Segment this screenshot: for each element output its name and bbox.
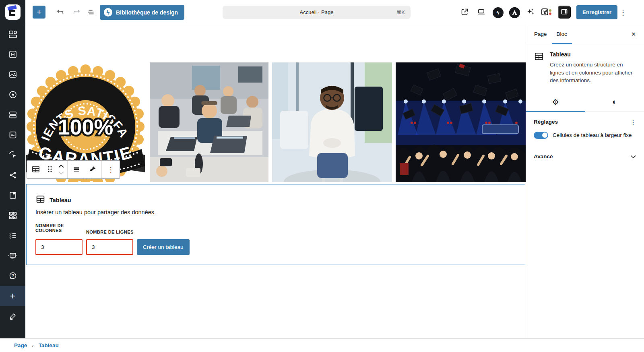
rows-icon [8, 110, 18, 120]
drag-dots-icon [47, 166, 53, 174]
settings-sidebar-toggle[interactable] [558, 6, 571, 19]
rail-rows-button[interactable] [0, 105, 25, 125]
rail-heading-button[interactable] [0, 44, 25, 64]
command-shortcut: ⌘K [396, 9, 405, 15]
block-card-description: Créez un contenu structuré en lignes et … [550, 61, 638, 85]
gallery-image-classroom[interactable] [150, 62, 268, 182]
rail-carousel-button[interactable] [0, 246, 25, 266]
site-logo[interactable] [0, 0, 25, 24]
rail-cta-button[interactable] [0, 145, 25, 165]
table-block-icon [31, 164, 41, 175]
advanced-panel-toggle[interactable]: Avancé [526, 146, 644, 167]
rail-patterns-button[interactable] [0, 24, 25, 44]
block-card: Tableau Créez un contenu structuré en li… [526, 44, 644, 93]
block-toolbar: ⋮ [27, 160, 120, 179]
rail-add-block-button[interactable]: + [0, 286, 25, 306]
bullet-list-icon [8, 231, 18, 240]
cursor-click-icon [8, 150, 18, 160]
columns-count-input[interactable] [35, 239, 83, 255]
sidebar-tabs: Page Bloc ✕ [526, 24, 644, 44]
breadcrumb-current[interactable]: Tableau [39, 342, 59, 348]
undo-button[interactable] [53, 5, 68, 20]
image-icon [8, 70, 18, 79]
chevron-down-icon [630, 153, 636, 160]
pencil-icon [8, 312, 17, 321]
gallery-image-graduation[interactable] [396, 62, 526, 182]
tab-styles[interactable]: ◐ [585, 93, 644, 112]
tab-page[interactable]: Page [529, 24, 552, 44]
rail-help-button[interactable]: ? [0, 266, 25, 286]
rail-book-button[interactable] [0, 185, 25, 205]
inspector-tabs: ⚙ ◐ [526, 93, 644, 112]
ai-assistant-button[interactable] [524, 5, 538, 20]
theme-astra-button[interactable] [507, 5, 522, 20]
rail-list-button[interactable] [0, 226, 25, 246]
rail-image-button[interactable] [0, 64, 25, 85]
settings-heading: Réglages [534, 119, 636, 125]
gallery-grid-icon [8, 211, 18, 220]
preview-device-button[interactable] [474, 5, 488, 20]
design-library-bolt-icon: ϟ [104, 8, 112, 17]
redo-icon [72, 8, 81, 18]
star-circle-icon [8, 90, 18, 99]
left-icon-rail: ? + [0, 24, 25, 338]
contrast-icon: ◐ [612, 97, 617, 106]
rail-share-button[interactable] [0, 165, 25, 185]
block-inserter-button[interactable]: + [33, 6, 45, 19]
carousel-icon [8, 251, 18, 261]
editor-canvas: CLIENTS SATISFAITS 100% GARANTIE [25, 24, 526, 338]
placeholder-description: Insérer un tableau pour partager des don… [35, 209, 156, 215]
rail-form-button[interactable] [0, 125, 25, 145]
placeholder-title: Tableau [50, 197, 71, 203]
table-icon [35, 194, 45, 206]
drag-handle[interactable] [44, 161, 56, 178]
list-view-button[interactable] [84, 5, 98, 20]
redo-button[interactable] [69, 5, 84, 20]
tab-block[interactable]: Bloc [552, 24, 572, 44]
rows-count-input[interactable] [86, 239, 133, 255]
settings-panel: Réglages ⋮ Cellules de tableau à largeur… [526, 112, 644, 146]
align-none-icon [72, 165, 81, 175]
save-button[interactable]: Enregistrer [576, 5, 617, 19]
settings-options-button[interactable]: ⋮ [628, 117, 638, 128]
table-icon [534, 51, 544, 85]
move-down-button[interactable] [58, 170, 64, 176]
create-table-button[interactable]: Créer un tableau [137, 239, 190, 255]
rail-badge-button[interactable] [0, 85, 25, 105]
chevron-down-icon [58, 170, 64, 176]
options-menu-button[interactable]: ⋮ [617, 5, 629, 19]
external-link-icon [460, 8, 469, 17]
block-type-button[interactable] [28, 161, 44, 178]
move-up-button[interactable] [58, 163, 64, 169]
undo-icon [56, 8, 65, 18]
breadcrumb-page-link[interactable]: Page [14, 342, 27, 348]
astra-icon [509, 7, 520, 18]
paintbrush-icon [88, 165, 97, 175]
rail-gallery-button[interactable] [0, 205, 25, 226]
sidebar-panel-icon [560, 8, 568, 17]
styles-brush-button[interactable] [85, 161, 101, 178]
align-button[interactable] [68, 161, 85, 178]
command-center[interactable]: Accueil · Page ⌘K [223, 6, 411, 19]
fixed-width-cells-toggle[interactable] [534, 132, 548, 139]
help-icon: ? [8, 271, 18, 281]
columns-count-label: Nombre de colonnes [35, 223, 72, 233]
patterns-icon [8, 29, 18, 39]
chevron-up-icon [58, 163, 64, 169]
plus-icon: + [10, 290, 15, 302]
gallery-image-man[interactable] [272, 62, 392, 182]
share-icon [8, 171, 17, 180]
close-sidebar-button[interactable]: ✕ [627, 28, 640, 41]
block-options-button[interactable]: ⋮ [103, 161, 119, 178]
sparkles-icon [526, 7, 536, 18]
yoast-seo-button[interactable] [539, 5, 554, 20]
advanced-label: Avancé [534, 153, 553, 159]
design-library-button[interactable]: ϟ Bibliothèque de design [100, 5, 184, 20]
view-site-button[interactable] [457, 5, 472, 20]
plugin-bolt-button[interactable]: ϟ [491, 5, 505, 20]
table-placeholder-block[interactable]: Tableau Insérer un tableau pour partager… [26, 184, 525, 265]
rail-edit-button[interactable] [0, 306, 25, 326]
block-card-title: Tableau [550, 51, 638, 58]
tab-settings[interactable]: ⚙ [526, 93, 585, 112]
badge-center-text: 100% [58, 115, 114, 139]
